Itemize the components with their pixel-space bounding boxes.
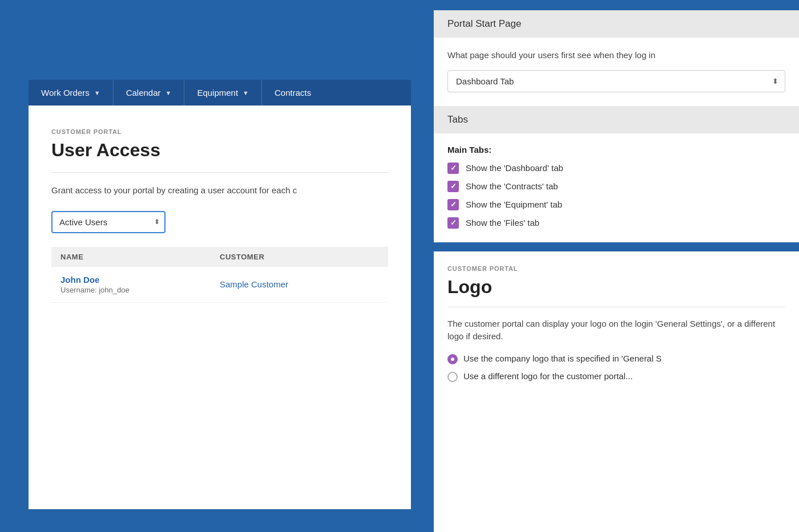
- nav-calendar-chevron: ▼: [166, 90, 172, 96]
- main-tabs-label: Main Tabs:: [447, 145, 785, 155]
- tabs-section-header: Tabs: [434, 106, 799, 133]
- table-row: John Doe Username: john_doe Sample Custo…: [51, 267, 388, 303]
- description-text: Grant access to your portal by creating …: [51, 184, 388, 197]
- radio-different-logo-icon[interactable]: [447, 372, 458, 382]
- checkbox-files: Show the 'Files' tab: [447, 217, 785, 229]
- nav-calendar[interactable]: Calendar ▼: [114, 80, 185, 105]
- col-header-name: NAME: [60, 253, 220, 261]
- tabs-section: Tabs Main Tabs: Show the 'Dashboard' tab…: [434, 106, 799, 242]
- col-header-customer: CUSTOMER: [220, 253, 379, 261]
- logo-section-label: CUSTOMER PORTAL: [447, 265, 785, 272]
- nav-work-orders-label: Work Orders: [41, 88, 90, 98]
- portal-start-header: Portal Start Page: [434, 10, 799, 38]
- nav-work-orders-chevron: ▼: [94, 90, 100, 96]
- checkbox-contracts: Show the 'Contracts' tab: [447, 181, 785, 192]
- nav-equipment[interactable]: Equipment ▼: [184, 80, 262, 105]
- checkbox-equipment-label: Show the 'Equipment' tab: [466, 200, 562, 209]
- checkbox-contracts-icon[interactable]: [447, 181, 459, 192]
- customer-link[interactable]: Sample Customer: [220, 275, 379, 294]
- radio-company-logo-label: Use the company logo that is specified i…: [463, 354, 661, 363]
- checkbox-equipment: Show the 'Equipment' tab: [447, 199, 785, 210]
- checkbox-files-label: Show the 'Files' tab: [466, 218, 539, 228]
- blue-divider: [434, 242, 799, 251]
- nav-calendar-label: Calendar: [126, 88, 161, 98]
- user-username: Username: john_doe: [60, 286, 220, 294]
- left-panel: Work Orders ▼ Calendar ▼ Equipment ▼ Con…: [0, 0, 434, 532]
- logo-description: The customer portal can display your log…: [447, 318, 785, 343]
- user-access-card: CUSTOMER PORTAL User Access Grant access…: [29, 105, 411, 509]
- radio-different-logo-label: Use a different logo for the customer po…: [463, 371, 633, 381]
- user-filter-select[interactable]: Active Users Inactive Users All Users: [51, 211, 166, 233]
- tabs-section-body: Main Tabs: Show the 'Dashboard' tab Show…: [434, 133, 799, 242]
- portal-start-select-wrapper: Dashboard Tab Contracts Tab Equipment Ta…: [447, 70, 785, 92]
- radio-different-logo: Use a different logo for the customer po…: [447, 371, 785, 382]
- left-top-bar: [29, 23, 411, 80]
- page-title: User Access: [51, 140, 388, 161]
- portal-start-select[interactable]: Dashboard Tab Contracts Tab Equipment Ta…: [447, 70, 785, 92]
- nav-equipment-chevron: ▼: [243, 90, 249, 96]
- radio-company-logo: Use the company logo that is specified i…: [447, 354, 785, 364]
- portal-start-body: What page should your users first see wh…: [434, 38, 799, 106]
- logo-section-content: CUSTOMER PORTAL Logo The customer portal…: [434, 251, 799, 403]
- nav-bar: Work Orders ▼ Calendar ▼ Equipment ▼ Con…: [29, 80, 411, 105]
- checkbox-dashboard-icon[interactable]: [447, 163, 459, 174]
- portal-start-description: What page should your users first see wh…: [447, 49, 785, 62]
- checkbox-dashboard: Show the 'Dashboard' tab: [447, 163, 785, 174]
- radio-company-logo-icon[interactable]: [447, 354, 458, 364]
- logo-divider: [447, 307, 785, 307]
- right-panel: Portal Start Page What page should your …: [434, 0, 799, 532]
- user-filter-wrapper: Active Users Inactive Users All Users: [51, 211, 166, 233]
- checkbox-contracts-label: Show the 'Contracts' tab: [466, 181, 558, 191]
- section-label: CUSTOMER PORTAL: [51, 128, 388, 135]
- checkbox-files-icon[interactable]: [447, 217, 459, 229]
- table-header: NAME CUSTOMER: [51, 247, 388, 267]
- nav-equipment-label: Equipment: [197, 88, 238, 98]
- logo-section: CUSTOMER PORTAL Logo The customer portal…: [434, 251, 799, 533]
- checkbox-equipment-icon[interactable]: [447, 199, 459, 210]
- checkbox-dashboard-label: Show the 'Dashboard' tab: [466, 163, 563, 173]
- nav-work-orders[interactable]: Work Orders ▼: [29, 80, 114, 105]
- logo-section-title: Logo: [447, 277, 785, 298]
- portal-start-section: Portal Start Page What page should your …: [434, 10, 799, 106]
- user-info: John Doe Username: john_doe: [60, 275, 220, 294]
- right-top-spacer: [434, 0, 799, 10]
- title-divider: [51, 172, 388, 173]
- nav-contracts-label: Contracts: [275, 88, 311, 98]
- nav-contracts[interactable]: Contracts: [262, 80, 324, 105]
- user-name-link[interactable]: John Doe: [60, 275, 220, 285]
